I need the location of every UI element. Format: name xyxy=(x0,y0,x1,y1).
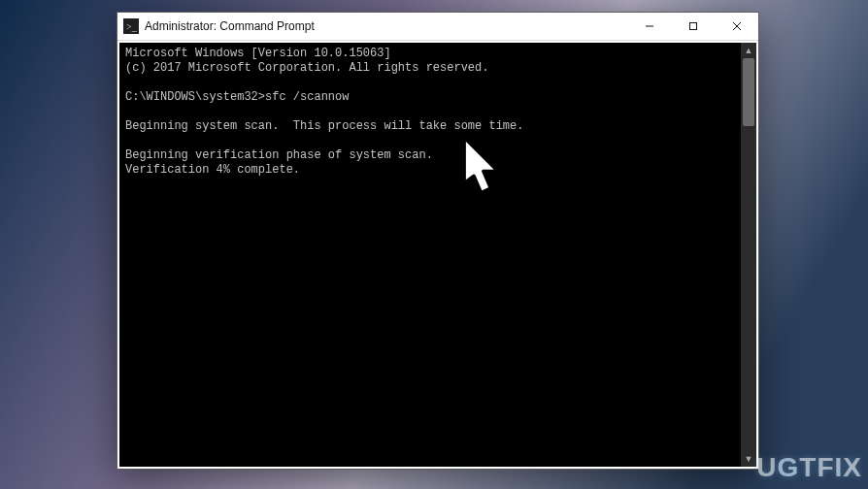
console-output: Microsoft Windows [Version 10.0.15063] (… xyxy=(119,43,741,467)
watermark-text: U xyxy=(756,452,777,482)
cmd-icon: >_ xyxy=(123,18,139,34)
cmd-window: >_ Administrator: Command Prompt Microso… xyxy=(117,12,759,470)
console-line: C:\WINDOWS\system32>sfc /scannow xyxy=(125,90,349,104)
scroll-thumb[interactable] xyxy=(743,58,754,126)
watermark: UGTFIX xyxy=(756,452,862,483)
client-area: Microsoft Windows [Version 10.0.15063] (… xyxy=(117,41,758,469)
console-line: Microsoft Windows [Version 10.0.15063] xyxy=(125,47,391,60)
svg-text:>_: >_ xyxy=(126,21,138,32)
vertical-scrollbar[interactable]: ▲ ▼ xyxy=(741,43,756,467)
scroll-up-arrow-icon[interactable]: ▲ xyxy=(741,43,756,58)
svg-rect-3 xyxy=(689,23,696,30)
watermark-text: G xyxy=(778,452,800,482)
scroll-down-arrow-icon[interactable]: ▼ xyxy=(741,451,756,467)
console-line: Verification 4% complete. xyxy=(125,163,300,177)
window-title: Administrator: Command Prompt xyxy=(145,19,315,33)
console-line: Beginning system scan. This process will… xyxy=(125,119,523,133)
watermark-text: TFIX xyxy=(799,452,862,482)
maximize-button[interactable] xyxy=(671,13,715,40)
console-line: (c) 2017 Microsoft Corporation. All righ… xyxy=(125,61,488,75)
console[interactable]: Microsoft Windows [Version 10.0.15063] (… xyxy=(119,43,756,467)
console-line: Beginning verification phase of system s… xyxy=(125,148,433,162)
close-button[interactable] xyxy=(715,13,758,40)
minimize-button[interactable] xyxy=(627,13,671,40)
titlebar[interactable]: >_ Administrator: Command Prompt xyxy=(117,13,758,41)
